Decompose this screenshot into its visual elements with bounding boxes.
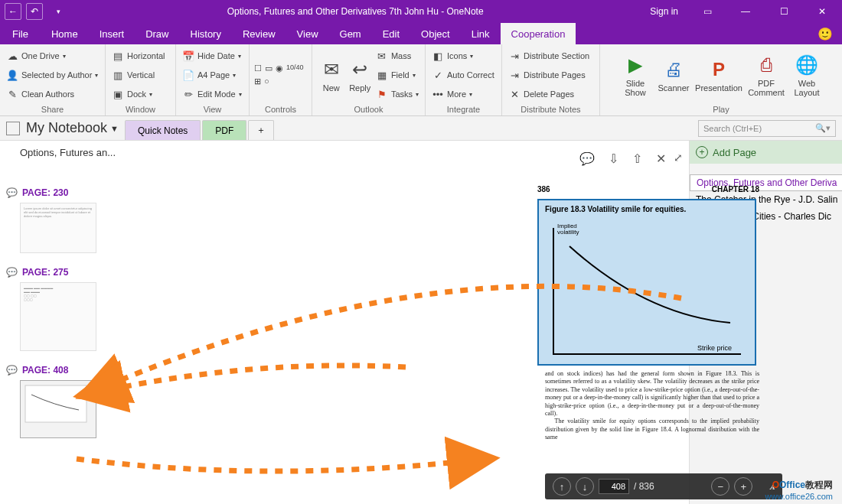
- document-area[interactable]: 💬 ⇩ ⇧ ✕ ⤢ 386CHAPTER 18 Figure 18.3 Vola…: [132, 141, 689, 504]
- group-outlook-label: Outlook: [315, 103, 422, 115]
- tab-link[interactable]: Link: [461, 23, 501, 44]
- control-icon[interactable]: 10/40: [286, 63, 304, 73]
- icons-button[interactable]: ◧Icons▾: [429, 47, 498, 64]
- close-doc-icon[interactable]: ✕: [656, 151, 666, 166]
- search-input[interactable]: Search (Ctrl+E)🔍▾: [698, 120, 836, 137]
- tab-view[interactable]: View: [286, 23, 329, 44]
- tab-edit[interactable]: Edit: [372, 23, 410, 44]
- feedback-smiley-icon[interactable]: 🙂: [818, 23, 833, 44]
- tab-draw[interactable]: Draw: [135, 23, 179, 44]
- chapter-label: CHAPTER 18: [712, 185, 759, 193]
- page-link-230[interactable]: 💬PAGE: 230: [6, 187, 126, 198]
- page-thumb-408[interactable]: [20, 380, 96, 438]
- one-drive-button[interactable]: ☁One Drive▾: [3, 47, 101, 64]
- tab-file[interactable]: File: [0, 23, 41, 44]
- page-title: Options, Futures an...: [6, 145, 126, 164]
- ribbon: ☁One Drive▾ 👤Selected by Author▾ ✎Clean …: [0, 44, 842, 116]
- dock-button[interactable]: ▣Dock▾: [109, 86, 168, 102]
- expand-icon[interactable]: ⤢: [674, 151, 690, 164]
- figure-caption: Figure 18.3 Volatility smile for equitie…: [545, 205, 686, 213]
- distribute-pages-button[interactable]: ⇥Distribute Pages: [505, 67, 592, 83]
- notebook-icon[interactable]: [6, 122, 20, 135]
- autocorrect-button[interactable]: ✓Auto Correct: [429, 67, 498, 83]
- reply-icon: ↩: [348, 57, 372, 82]
- comment-icon: 💬: [6, 365, 18, 376]
- group-integrate-label: Integrate: [429, 103, 498, 115]
- tab-cooperation[interactable]: Cooperation: [501, 23, 576, 44]
- reply-button[interactable]: ↩Reply: [348, 47, 373, 103]
- scanner-icon: 🖨: [661, 57, 686, 82]
- author-icon: 👤: [6, 69, 18, 81]
- tab-insert[interactable]: Insert: [89, 23, 135, 44]
- volatility-curve: [554, 231, 746, 353]
- comment-icon[interactable]: 💬: [579, 151, 595, 166]
- figure-18-3: Figure 18.3 Volatility smile for equitie…: [537, 199, 756, 366]
- field-button[interactable]: ▦Field▾: [373, 67, 422, 83]
- mass-button[interactable]: ✉Mass: [373, 47, 422, 64]
- horizontal-button[interactable]: ▤Horizontal: [109, 47, 168, 64]
- pdf-next-page-icon[interactable]: ↓: [576, 477, 594, 496]
- a4-page-button[interactable]: 📄A4 Page▾: [179, 67, 245, 83]
- selected-by-author-button[interactable]: 👤Selected by Author▾: [3, 67, 101, 83]
- sign-in-link[interactable]: Sign in: [650, 6, 678, 17]
- page-thumb-230[interactable]: Lorem ipsum dolor sit amet consectetur a…: [20, 203, 96, 253]
- edit-mode-button[interactable]: ✏Edit Mode▾: [179, 86, 245, 102]
- control-icon[interactable]: ◉: [276, 63, 283, 73]
- tasks-button[interactable]: ⚑Tasks▾: [373, 86, 422, 102]
- tab-object[interactable]: Object: [410, 23, 461, 44]
- ribbon-display-icon[interactable]: ▭: [690, 0, 724, 23]
- distribute-icon: ⇥: [508, 69, 521, 81]
- tab-review[interactable]: Review: [232, 23, 286, 44]
- undo-button[interactable]: ↶: [26, 3, 43, 20]
- calendar-icon: 📅: [182, 50, 194, 62]
- page-link-275[interactable]: 💬PAGE: 275: [6, 267, 126, 278]
- pdf-toolbar: ↑ ↓ / 836 − + ᴀ: [545, 473, 782, 499]
- comment-icon: 💬: [6, 267, 18, 278]
- add-page-button[interactable]: +Add Page: [690, 141, 842, 164]
- notebook-name[interactable]: My Notebook ▼: [26, 120, 119, 136]
- plus-icon: +: [696, 146, 708, 158]
- slideshow-button[interactable]: ▶Slide Show: [616, 47, 654, 103]
- pdf-total-pages: / 836: [634, 481, 654, 492]
- icons-icon: ◧: [432, 50, 444, 62]
- web-layout-button[interactable]: 🌐Web Layout: [788, 47, 826, 103]
- import-icon[interactable]: ⇩: [609, 151, 618, 166]
- section-tab-quicknotes[interactable]: Quick Notes: [125, 120, 201, 140]
- scanner-button[interactable]: 🖨Scanner: [654, 47, 693, 103]
- delete-pages-button[interactable]: ✕Delete Pages: [505, 86, 592, 102]
- pdf-comment-button[interactable]: ⎙PDF Comment: [745, 47, 788, 103]
- control-icon[interactable]: ☐: [254, 63, 262, 73]
- section-tab-add[interactable]: ＋: [248, 120, 274, 140]
- edit-icon: ✏: [182, 88, 194, 100]
- control-icon[interactable]: ○: [264, 76, 269, 86]
- autocorrect-icon: ✓: [432, 69, 444, 81]
- delete-icon: ✕: [508, 88, 521, 100]
- tab-home[interactable]: Home: [41, 23, 89, 44]
- group-play-label: Play: [603, 103, 839, 115]
- pdf-page-input[interactable]: [599, 479, 629, 494]
- distribute-section-button[interactable]: ⇥Distribute Section: [505, 47, 592, 64]
- clean-authors-button[interactable]: ✎Clean Authors: [3, 86, 101, 102]
- pdf-zoom-in-icon[interactable]: +: [734, 477, 752, 496]
- back-button[interactable]: ←: [5, 3, 21, 20]
- control-icon[interactable]: ⊞: [254, 76, 261, 86]
- export-icon[interactable]: ⇧: [632, 151, 642, 166]
- window-title: Options, Futures and Other Derivatives 7…: [60, 6, 650, 17]
- group-share-label: Share: [3, 103, 102, 115]
- close-icon[interactable]: ✕: [805, 0, 839, 23]
- section-tab-pdf[interactable]: PDF: [202, 120, 246, 140]
- presentation-button[interactable]: PPresentation: [693, 47, 745, 103]
- new-mail-button[interactable]: ✉New: [315, 47, 348, 103]
- maximize-icon[interactable]: ☐: [767, 0, 801, 23]
- tab-gem[interactable]: Gem: [329, 23, 372, 44]
- pdf-zoom-out-icon[interactable]: −: [711, 477, 729, 496]
- tab-history[interactable]: History: [180, 23, 232, 44]
- page-thumb-275[interactable]: ▬▬▬ ▬▬ ▬▬▬▬▬▬ ▬▬▬▢▢ ▢▢▢▢▢: [20, 282, 96, 351]
- vertical-button[interactable]: ▥Vertical: [109, 67, 168, 83]
- control-icon[interactable]: ▭: [265, 63, 273, 73]
- more-button[interactable]: •••More▾: [429, 86, 498, 102]
- hide-date-button[interactable]: 📅Hide Date▾: [179, 47, 245, 64]
- minimize-icon[interactable]: —: [729, 0, 762, 23]
- pdf-prev-page-icon[interactable]: ↑: [553, 477, 571, 496]
- page-link-408[interactable]: 💬PAGE: 408: [6, 365, 126, 376]
